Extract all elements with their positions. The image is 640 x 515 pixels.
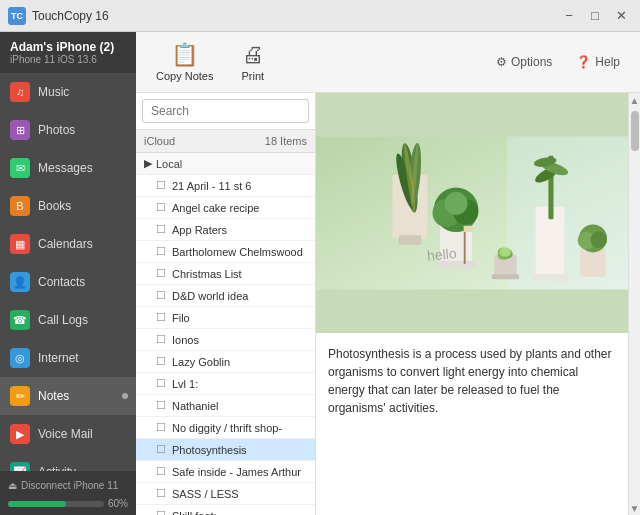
- note-icon: ☐: [156, 311, 166, 324]
- note-item-photosynthesis[interactable]: ☐Photosynthesis: [136, 439, 315, 461]
- app-title: TouchCopy 16: [32, 9, 109, 23]
- preview-scrollbar[interactable]: ▲ ▼: [628, 93, 640, 515]
- sidebar-label-calendars: Calendars: [38, 237, 93, 251]
- svg-rect-24: [531, 274, 569, 280]
- note-item[interactable]: ☐Skill feat:: [136, 505, 315, 515]
- preview-text: Photosynthesis is a process used by plan…: [316, 333, 628, 515]
- minimize-button[interactable]: −: [558, 5, 580, 27]
- note-icon: ☐: [156, 289, 166, 302]
- note-icon: ☐: [156, 443, 166, 456]
- close-button[interactable]: ✕: [610, 5, 632, 27]
- battery-fill: [8, 501, 66, 507]
- preview-image: hello: [316, 93, 628, 333]
- note-item[interactable]: ☐Lvl 1:: [136, 373, 315, 395]
- sidebar-nav: ♫ Music ⊞ Photos ✉ Messages B Books ▦ Ca…: [0, 73, 136, 471]
- svg-rect-2: [507, 137, 628, 290]
- search-input[interactable]: [142, 99, 309, 123]
- photos-icon: ⊞: [10, 120, 30, 140]
- note-icon: ☐: [156, 399, 166, 412]
- sidebar-bottom: ⏏ Disconnect iPhone 11 60%: [0, 471, 136, 515]
- sidebar-item-photos[interactable]: ⊞ Photos: [0, 111, 136, 149]
- books-icon: B: [10, 196, 30, 216]
- note-item[interactable]: ☐Angel cake recipe: [136, 197, 315, 219]
- sidebar-item-books[interactable]: B Books: [0, 187, 136, 225]
- contacts-icon: 👤: [10, 272, 30, 292]
- note-icon: ☐: [156, 465, 166, 478]
- sidebar-item-internet[interactable]: ◎ Internet: [0, 339, 136, 377]
- note-icon: ☐: [156, 355, 166, 368]
- sidebar-item-activity[interactable]: 📈 Activity: [0, 453, 136, 471]
- note-item[interactable]: ☐App Raters: [136, 219, 315, 241]
- note-item[interactable]: ☐No diggity / thrift shop-: [136, 417, 315, 439]
- preview-content: Photosynthesis is a process used by plan…: [328, 347, 612, 415]
- note-item[interactable]: ☐21 April - 11 st 6: [136, 175, 315, 197]
- note-icon: ☐: [156, 267, 166, 280]
- toolbar: 📋 Copy Notes 🖨 Print ⚙ Options ❓ Help: [136, 32, 640, 93]
- note-item[interactable]: ☐Ionos: [136, 329, 315, 351]
- note-icon: ☐: [156, 245, 166, 258]
- calendars-icon: ▦: [10, 234, 30, 254]
- app-logo: TC: [8, 7, 26, 25]
- internet-icon: ◎: [10, 348, 30, 368]
- sidebar-label-books: Books: [38, 199, 71, 213]
- note-item[interactable]: ☐Nathaniel: [136, 395, 315, 417]
- icloud-section-header: iCloud 18 Items: [136, 130, 315, 153]
- note-icon: ☐: [156, 487, 166, 500]
- sidebar-item-messages[interactable]: ✉ Messages: [0, 149, 136, 187]
- sidebar-item-calendars[interactable]: ▦ Calendars: [0, 225, 136, 263]
- sidebar-label-voicemail: Voice Mail: [38, 427, 93, 441]
- music-icon: ♫: [10, 82, 30, 102]
- note-icon: ☐: [156, 333, 166, 346]
- help-button[interactable]: ❓ Help: [568, 51, 628, 73]
- notes-list: iCloud 18 Items ▶ Local ☐21 April - 11 s…: [136, 130, 315, 515]
- sidebar-item-contacts[interactable]: 👤 Contacts: [0, 263, 136, 301]
- note-item[interactable]: ☐SASS / LESS: [136, 483, 315, 505]
- note-item[interactable]: ☐Lazy Goblin: [136, 351, 315, 373]
- copy-notes-button[interactable]: 📋 Copy Notes: [148, 38, 221, 86]
- local-folder[interactable]: ▶ Local: [136, 153, 315, 175]
- sidebar-item-music[interactable]: ♫ Music: [0, 73, 136, 111]
- local-folder-label: Local: [156, 158, 182, 170]
- device-name: Adam's iPhone (2): [10, 40, 126, 54]
- window-controls: − □ ✕: [558, 5, 632, 27]
- note-item[interactable]: ☐D&D world idea: [136, 285, 315, 307]
- note-icon: ☐: [156, 377, 166, 390]
- options-button[interactable]: ⚙ Options: [488, 51, 560, 73]
- disconnect-label: Disconnect iPhone 11: [21, 480, 118, 491]
- sidebar-label-music: Music: [38, 85, 69, 99]
- svg-point-32: [590, 231, 607, 248]
- gear-icon: ⚙: [496, 55, 507, 69]
- scroll-down-arrow[interactable]: ▼: [629, 501, 641, 515]
- print-button[interactable]: 🖨 Print: [233, 38, 272, 86]
- battery-bar: 60%: [8, 498, 128, 509]
- note-icon: ☐: [156, 201, 166, 214]
- sidebar-item-notes[interactable]: ✏ Notes: [0, 377, 136, 415]
- photosynthesis-label: Photosynthesis: [172, 444, 247, 456]
- svg-rect-17: [492, 274, 519, 279]
- search-box: [136, 93, 315, 130]
- note-item[interactable]: ☐Bartholomew Chelmswood: [136, 241, 315, 263]
- copy-notes-label: Copy Notes: [156, 70, 213, 82]
- svg-point-15: [445, 192, 468, 215]
- icloud-count: 18 Items: [265, 135, 307, 147]
- sidebar-label-messages: Messages: [38, 161, 93, 175]
- toolbar-right: ⚙ Options ❓ Help: [488, 51, 628, 73]
- folder-icon: ▶: [144, 157, 152, 170]
- disconnect-button[interactable]: ⏏ Disconnect iPhone 11: [8, 477, 128, 494]
- icloud-label: iCloud: [144, 135, 175, 147]
- print-label: Print: [241, 70, 264, 82]
- note-item[interactable]: ☐Christmas List: [136, 263, 315, 285]
- sidebar-label-calllogs: Call Logs: [38, 313, 88, 327]
- sidebar-label-internet: Internet: [38, 351, 79, 365]
- notes-icon: ✏: [10, 386, 30, 406]
- sidebar-item-calllogs[interactable]: ☎ Call Logs: [0, 301, 136, 339]
- scroll-up-arrow[interactable]: ▲: [629, 93, 641, 107]
- note-icon: ☐: [156, 223, 166, 236]
- maximize-button[interactable]: □: [584, 5, 606, 27]
- scroll-thumb[interactable]: [631, 111, 639, 151]
- note-item[interactable]: ☐Filo: [136, 307, 315, 329]
- note-item[interactable]: ☐Safe inside - James Arthur: [136, 461, 315, 483]
- calllogs-icon: ☎: [10, 310, 30, 330]
- sidebar-item-voicemail[interactable]: ▶ Voice Mail: [0, 415, 136, 453]
- notes-dot: [122, 393, 128, 399]
